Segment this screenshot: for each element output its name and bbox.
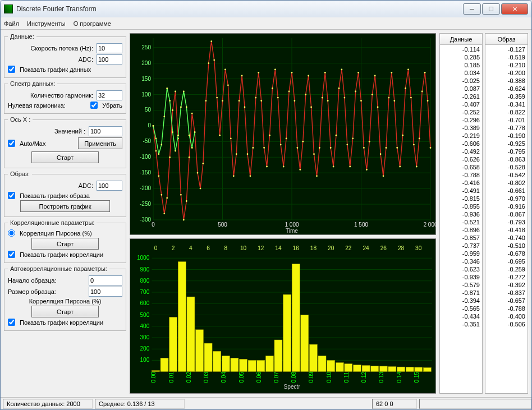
svg-point-36	[158, 175, 160, 177]
svg-point-66	[241, 75, 243, 77]
data-adc-input[interactable]	[97, 54, 122, 65]
window-title: Discrete Fourier Transform	[16, 5, 463, 13]
zero-harmonic-label: Нулевая гармоника:	[8, 102, 88, 109]
svg-point-55	[210, 40, 212, 42]
svg-text:0: 0	[154, 245, 158, 251]
svg-point-75	[266, 166, 268, 168]
svg-rect-197	[231, 358, 239, 371]
image-adc-label: ADC:	[8, 182, 94, 189]
image-list-body[interactable]: -0.127 -0.519 -0.210 -0.200 -0.388 -0.62…	[485, 45, 528, 393]
svg-text:0.01: 0.01	[168, 371, 175, 383]
svg-point-54	[208, 62, 209, 64]
image-list-header[interactable]: Образ	[485, 34, 528, 45]
svg-point-145	[180, 107, 182, 108]
svg-point-71	[255, 97, 256, 99]
svg-text:100: 100	[141, 91, 151, 98]
pearson-label: Корреляция Пирсона (%)	[20, 230, 122, 237]
close-button[interactable]: ✕	[501, 3, 528, 15]
automax-checkbox[interactable]	[8, 140, 15, 147]
menu-about[interactable]: О программе	[74, 20, 111, 27]
svg-text:4: 4	[189, 245, 192, 251]
svg-text:0: 0	[148, 122, 151, 128]
sample-begin-input[interactable]	[89, 275, 122, 285]
svg-point-127	[410, 97, 412, 99]
pearson-radio[interactable]	[8, 229, 15, 237]
group-data-legend: Данные:	[8, 33, 36, 40]
svg-point-140	[166, 87, 168, 89]
show-image-graph-checkbox[interactable]	[8, 192, 15, 199]
svg-point-132	[424, 72, 426, 73]
data-adc-label: ADC:	[8, 56, 94, 63]
svg-point-112	[369, 141, 370, 142]
svg-text:250: 250	[141, 44, 151, 50]
svg-point-95	[322, 97, 323, 99]
autocorr-pearson-label: Корреляция Пирсона (%)	[29, 298, 102, 305]
svg-point-150	[194, 131, 196, 133]
svg-text:Spectr: Spectr	[284, 384, 301, 390]
svg-text:-150: -150	[140, 169, 151, 176]
svg-point-147	[186, 107, 187, 108]
speed-label: Скорость потока (Hz):	[8, 45, 94, 52]
axis-values-input[interactable]	[89, 126, 122, 136]
minimize-button[interactable]: ─	[463, 3, 481, 15]
svg-rect-192	[187, 297, 195, 371]
show-data-graph-checkbox[interactable]	[8, 66, 15, 73]
data-list-header[interactable]: Данные	[440, 34, 482, 45]
svg-text:100: 100	[140, 357, 150, 363]
statusbar: Количество данных: 2000 Среднее: 0.136 /…	[1, 397, 531, 409]
harmonics-input[interactable]	[97, 90, 122, 100]
sample-begin-label: Начало образца:	[8, 277, 86, 284]
apply-button[interactable]: Применить	[78, 137, 122, 149]
svg-rect-196	[222, 356, 230, 371]
svg-point-61	[227, 84, 229, 86]
svg-point-82	[286, 137, 287, 139]
corr-start-button[interactable]: Старт	[31, 238, 99, 250]
svg-rect-213	[371, 366, 379, 371]
svg-rect-208	[327, 360, 335, 371]
menu-file[interactable]: Файл	[4, 20, 19, 27]
svg-point-123	[399, 166, 401, 168]
svg-point-87	[299, 169, 301, 171]
image-adc-input[interactable]	[97, 181, 122, 191]
svg-text:0.07: 0.07	[273, 371, 279, 383]
build-graph-button[interactable]: Построить график	[20, 200, 110, 212]
menu-tools[interactable]: Инструменты	[27, 20, 66, 27]
svg-point-42	[175, 91, 176, 93]
speed-input[interactable]	[97, 43, 122, 53]
svg-point-98	[330, 147, 332, 149]
remove-zero-checkbox[interactable]	[90, 102, 98, 109]
show-corr-graph-checkbox[interactable]	[8, 251, 15, 258]
svg-point-116	[380, 153, 382, 155]
group-data: Данные: Скорость потока (Hz): ADC: Показ…	[4, 33, 126, 78]
svg-point-88	[302, 141, 304, 142]
autocorr-start-button[interactable]: Старт	[31, 306, 99, 317]
show-corr-graph-label: Показать график корреляции	[20, 251, 122, 258]
svg-rect-210	[345, 363, 352, 371]
svg-rect-218	[415, 367, 423, 372]
svg-rect-211	[353, 365, 361, 371]
axis-start-button[interactable]: Старт	[31, 151, 99, 163]
svg-point-78	[274, 69, 276, 71]
svg-rect-199	[248, 360, 256, 371]
svg-rect-194	[204, 343, 212, 372]
svg-rect-209	[336, 362, 343, 371]
svg-point-141	[169, 100, 171, 102]
svg-rect-189	[160, 358, 168, 371]
svg-text:500: 500	[218, 222, 227, 228]
svg-text:1 000: 1 000	[285, 222, 299, 228]
svg-point-56	[213, 59, 215, 61]
svg-point-60	[224, 69, 226, 71]
data-list-body[interactable]: -0.114 0.285 0.185 0.034 -0.025 0.087 -0…	[440, 45, 482, 393]
svg-point-137	[158, 153, 160, 155]
svg-text:1000: 1000	[137, 255, 150, 261]
svg-text:0.03: 0.03	[203, 371, 209, 383]
show-autocorr-graph-checkbox[interactable]	[8, 319, 15, 326]
svg-point-119	[388, 97, 390, 99]
sample-size-input[interactable]	[89, 287, 122, 297]
svg-text:Time: Time	[286, 228, 298, 234]
maximize-button[interactable]: ☐	[482, 3, 500, 15]
svg-point-83	[288, 91, 290, 93]
svg-point-53	[205, 100, 207, 102]
svg-point-44	[180, 194, 182, 196]
svg-point-86	[297, 147, 299, 149]
